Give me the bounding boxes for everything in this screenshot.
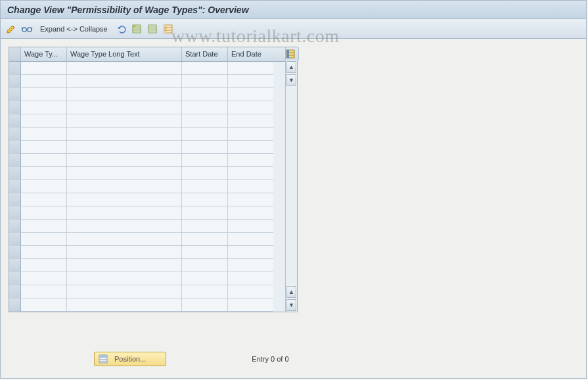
cell-wage-type-long[interactable] [67,193,182,206]
cell-start-date[interactable] [182,259,228,272]
cell-end-date[interactable] [228,88,273,101]
cell-wage-type-long[interactable] [67,88,182,101]
scroll-track[interactable] [286,87,297,285]
row-selector[interactable] [9,272,21,285]
cell-wage-type-long[interactable] [67,167,182,180]
scroll-down-button[interactable]: ▼ [286,74,296,86]
cell-end-date[interactable] [228,298,273,312]
cell-end-date[interactable] [228,285,273,298]
cell-end-date[interactable] [228,75,273,88]
cell-end-date[interactable] [228,206,273,220]
scroll-up-bottom-button[interactable]: ▲ [286,286,296,298]
row-selector[interactable] [9,259,21,272]
col-start-date[interactable]: Start Date [182,47,228,61]
cell-wage-type-long[interactable] [67,180,182,193]
row-selector[interactable] [9,141,21,154]
cell-wage-type[interactable] [21,88,67,101]
row-selector[interactable] [9,246,21,259]
cell-wage-type[interactable] [21,285,67,298]
col-end-date[interactable]: End Date [228,47,273,61]
cell-wage-type-long[interactable] [67,285,182,298]
cell-end-date[interactable] [228,154,273,167]
col-wage-type[interactable]: Wage Ty... [21,47,67,61]
cell-wage-type-long[interactable] [67,154,182,167]
position-button[interactable]: Position... [94,352,166,366]
cell-wage-type[interactable] [21,206,67,220]
cell-wage-type-long[interactable] [67,114,182,128]
cell-end-date[interactable] [228,114,273,128]
cell-wage-type[interactable] [21,141,67,154]
cell-wage-type[interactable] [21,62,67,75]
cell-start-date[interactable] [182,285,228,298]
cell-end-date[interactable] [228,101,273,114]
pencil-icon[interactable] [5,22,18,36]
scroll-up-button[interactable]: ▲ [286,61,296,73]
cell-wage-type-long[interactable] [67,101,182,114]
cell-start-date[interactable] [182,88,228,101]
row-selector[interactable] [9,233,21,246]
row-selector[interactable] [9,285,21,298]
cell-wage-type[interactable] [21,298,67,312]
cell-wage-type-long[interactable] [67,246,182,259]
cell-start-date[interactable] [182,233,228,246]
expand-collapse-button[interactable]: Expand <-> Collapse [36,25,112,33]
cell-start-date[interactable] [182,220,228,233]
cell-wage-type-long[interactable] [67,220,182,233]
cell-wage-type[interactable] [21,167,67,180]
cell-start-date[interactable] [182,154,228,167]
cell-end-date[interactable] [228,167,273,180]
cell-end-date[interactable] [228,193,273,206]
cell-wage-type-long[interactable] [67,298,182,312]
cell-wage-type-long[interactable] [67,259,182,272]
cell-start-date[interactable] [182,206,228,220]
cell-start-date[interactable] [182,167,228,180]
cell-start-date[interactable] [182,246,228,259]
row-selector[interactable] [9,180,21,193]
cell-wage-type[interactable] [21,246,67,259]
cell-end-date[interactable] [228,246,273,259]
cell-wage-type[interactable] [21,272,67,285]
row-selector[interactable] [9,75,21,88]
cell-wage-type-long[interactable] [67,62,182,75]
row-selector[interactable] [9,298,21,312]
cell-start-date[interactable] [182,298,228,312]
row-selector[interactable] [9,128,21,141]
cell-wage-type-long[interactable] [67,128,182,141]
cell-end-date[interactable] [228,220,273,233]
cell-end-date[interactable] [228,272,273,285]
cell-start-date[interactable] [182,114,228,128]
cell-end-date[interactable] [228,259,273,272]
cell-wage-type-long[interactable] [67,75,182,88]
cell-wage-type[interactable] [21,75,67,88]
cell-end-date[interactable] [228,180,273,193]
cell-end-date[interactable] [228,62,273,75]
deselect-all-icon[interactable] [146,22,159,36]
cell-wage-type[interactable] [21,259,67,272]
cell-wage-type[interactable] [21,180,67,193]
undo-icon[interactable] [114,22,127,36]
cell-start-date[interactable] [182,128,228,141]
cell-wage-type[interactable] [21,128,67,141]
row-selector[interactable] [9,88,21,101]
configure-columns-icon[interactable] [286,47,299,60]
row-selector[interactable] [9,220,21,233]
cell-wage-type[interactable] [21,154,67,167]
row-selector[interactable] [9,154,21,167]
cell-start-date[interactable] [182,180,228,193]
cell-start-date[interactable] [182,101,228,114]
scroll-down-bottom-button[interactable]: ▼ [286,299,296,311]
cell-start-date[interactable] [182,141,228,154]
row-selector[interactable] [9,167,21,180]
cell-end-date[interactable] [228,233,273,246]
cell-wage-type-long[interactable] [67,233,182,246]
glasses-icon[interactable] [20,22,34,36]
select-all-icon[interactable] [130,22,143,36]
cell-wage-type-long[interactable] [67,272,182,285]
row-selector[interactable] [9,206,21,220]
cell-wage-type-long[interactable] [67,206,182,220]
cell-end-date[interactable] [228,128,273,141]
cell-start-date[interactable] [182,193,228,206]
cell-wage-type-long[interactable] [67,141,182,154]
cell-end-date[interactable] [228,141,273,154]
row-selector[interactable] [9,193,21,206]
